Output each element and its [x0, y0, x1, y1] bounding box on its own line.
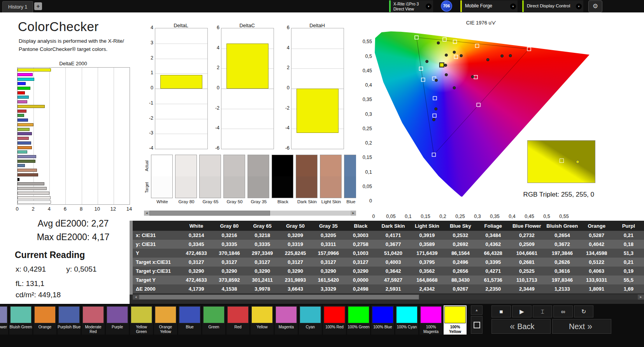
- table-cell: 297,3349: [246, 249, 279, 258]
- table-cell: 4,1739: [180, 284, 213, 293]
- row-label: Target y:CIE31: [133, 267, 180, 276]
- actual-color: [344, 155, 356, 176]
- pattern-size-button[interactable]: ⌶: [533, 305, 552, 317]
- patch-button-blue[interactable]: Blue: [178, 305, 201, 335]
- deltae-xtick: 12: [109, 206, 118, 212]
- scroll-up-button[interactable]: ▲: [471, 305, 483, 315]
- ytick: 2: [209, 65, 219, 70]
- patch-label: Moderate Red: [82, 324, 105, 334]
- table-cell: 86,1564: [444, 249, 477, 258]
- cie-xtick: 0,45: [523, 214, 537, 219]
- chevron-down-icon[interactable]: ▼: [426, 3, 432, 9]
- table-cell: 472,4633: [180, 249, 213, 258]
- source-dropdown[interactable]: Mobile Forge ▼: [460, 0, 518, 12]
- patch-button-100-cyan[interactable]: 100% Cyan: [395, 305, 418, 335]
- top-bar: History 1 + X-Rite i1Pro 3 Direct View ▼…: [0, 0, 644, 12]
- target-color: [272, 176, 293, 198]
- deltae-xtick: 8: [77, 206, 86, 212]
- gear-icon[interactable]: ⚙: [588, 0, 602, 12]
- chevron-down-icon[interactable]: ▼: [510, 3, 516, 9]
- scrollbar-thumb[interactable]: [139, 295, 419, 300]
- patch-label: Bluish Green: [9, 324, 32, 334]
- stop-button[interactable]: ■: [491, 305, 511, 317]
- ytick: -4: [209, 125, 219, 131]
- table-cell: 0,3642: [376, 267, 410, 276]
- deltah-title: DeltaH: [291, 23, 343, 28]
- table-cell: 51,0420: [376, 249, 410, 258]
- chevron-down-icon[interactable]: ▼: [576, 3, 582, 9]
- swatch-gray-80[interactable]: Gray 80: [175, 155, 198, 204]
- table-cell: 2,4342: [410, 284, 444, 293]
- deltae-xtick: 0: [12, 206, 22, 212]
- target-marker: [443, 38, 446, 41]
- swatch-gray-50[interactable]: Gray 50: [223, 155, 246, 204]
- pattern-window-button[interactable]: [471, 316, 483, 334]
- add-tab-button[interactable]: +: [34, 2, 42, 10]
- scroll-right-icon[interactable]: ►: [351, 211, 356, 216]
- swatch-dark-skin[interactable]: Dark Skin: [296, 155, 318, 204]
- deltae-bar-cyan: [18, 96, 29, 99]
- patch-button-100-red[interactable]: 100% Red: [323, 305, 346, 335]
- patch-button-blue-flower[interactable]: Blue Flower: [0, 305, 8, 335]
- inset-target-marker: [560, 159, 564, 163]
- patch-button-green[interactable]: Green: [202, 305, 225, 335]
- ytick: -4: [143, 145, 153, 151]
- patch-color-swatch: [107, 306, 128, 323]
- gamut-triangle: [416, 37, 529, 155]
- table-scrollbar[interactable]: ◄ ►: [133, 295, 644, 300]
- swatch-gray-65[interactable]: Gray 65: [199, 155, 222, 204]
- row-label: Y: [133, 249, 180, 258]
- table-cell: 0,3290: [213, 267, 246, 276]
- next-button[interactable]: Next»: [552, 319, 611, 334]
- patch-button-bluish-green[interactable]: Bluish Green: [9, 305, 32, 335]
- swatch-blue-sky[interactable]: Blue Sky: [344, 155, 356, 204]
- patch-button-purple[interactable]: Purple: [106, 305, 129, 335]
- column-header-dark-skin: Dark Skin: [376, 221, 410, 231]
- patch-button-red[interactable]: Red: [226, 305, 249, 335]
- sync-button[interactable]: ↻: [574, 305, 593, 317]
- swatch-scrollbar[interactable]: ◄ ►: [144, 211, 356, 216]
- swatch-label: Black: [272, 198, 294, 204]
- back-button[interactable]: «Back: [491, 319, 551, 334]
- target-color: [296, 176, 317, 198]
- patch-button-yellow[interactable]: Yellow: [251, 305, 274, 335]
- deltae-bar-100-cyan: [18, 78, 34, 81]
- table-cell: 0,3311: [312, 240, 345, 249]
- cie-ytick: 0,25: [359, 126, 372, 131]
- patch-button-purplish-blue[interactable]: Purplish Blue: [58, 305, 81, 335]
- swatch-gray-35[interactable]: Gray 35: [247, 155, 270, 204]
- swatch-white[interactable]: White: [151, 155, 174, 204]
- table-cell: 0,4171: [376, 231, 410, 240]
- patch-button-magenta[interactable]: Magenta: [275, 305, 298, 335]
- tab-history-1[interactable]: History 1: [2, 1, 33, 13]
- patch-button-100-yellow[interactable]: 100% Yellow: [444, 305, 467, 335]
- deltae-bar-yellow-green: [18, 128, 30, 131]
- continuous-measure-button[interactable]: ∞: [553, 305, 573, 317]
- scroll-left-icon[interactable]: ◄: [144, 211, 149, 216]
- display-control-dropdown[interactable]: Direct Display Control ▼: [522, 0, 583, 12]
- patch-button-yellow-green[interactable]: Yellow Green: [130, 305, 153, 335]
- swatch-light-skin[interactable]: Light Skin: [320, 155, 342, 204]
- patch-button-orange-yellow[interactable]: Orange Yellow: [154, 305, 177, 335]
- play-button[interactable]: ▶: [512, 305, 532, 317]
- table-cell: 4,1538: [213, 284, 246, 293]
- measured-marker: [433, 119, 435, 121]
- scroll-left-icon[interactable]: ◄: [133, 295, 139, 300]
- meter-dropdown[interactable]: X-Rite i1Pro 3 Direct View ▼: [389, 0, 433, 12]
- patch-button-100-blue[interactable]: 100% Blue: [371, 305, 394, 335]
- patch-button-orange[interactable]: Orange: [33, 305, 56, 335]
- scroll-right-icon[interactable]: ►: [638, 295, 644, 300]
- table-cell: 0,0000: [345, 276, 376, 284]
- patch-button-cyan[interactable]: Cyan: [299, 305, 322, 335]
- description-line2: Pantone ColorChecker® target colors.: [19, 46, 107, 52]
- scrollbar-thumb[interactable]: [149, 211, 270, 216]
- actual-color: [248, 155, 269, 176]
- ytick: 1: [143, 70, 153, 75]
- table-vertical-scrollbar[interactable]: [130, 221, 133, 295]
- patch-button-100-green[interactable]: 100% Green: [347, 305, 370, 335]
- patch-color-swatch: [155, 306, 176, 323]
- swatch-black[interactable]: Black: [272, 155, 294, 204]
- patch-button-100-magenta[interactable]: 100% Magenta: [419, 305, 442, 335]
- table-header: WhiteGray 80Gray 65Gray 50Gray 35BlackDa…: [133, 221, 644, 231]
- patch-button-moderate-red[interactable]: Moderate Red: [82, 305, 105, 335]
